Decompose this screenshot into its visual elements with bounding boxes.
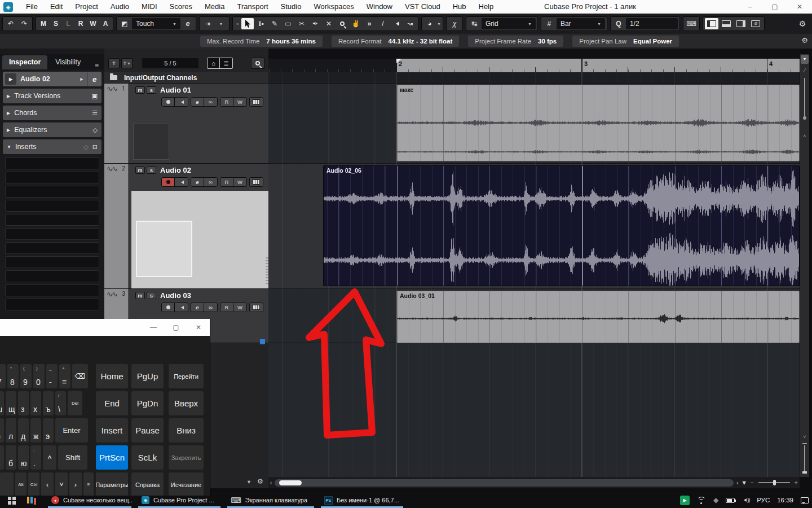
read-automation-button[interactable]: R [220, 303, 233, 312]
io-channels-row[interactable]: Input/Output Channels [104, 72, 268, 84]
osk-key-8[interactable]: *8 [7, 364, 19, 388]
solo-button[interactable]: s [147, 167, 156, 174]
edit-channel-button[interactable]: e [191, 303, 204, 312]
undo-button[interactable]: ↶ [5, 18, 17, 29]
horizontal-scrollbar[interactable] [275, 479, 734, 487]
solo-button[interactable]: s [147, 292, 156, 299]
osk-key-End[interactable]: End [96, 391, 128, 415]
zoom-out-icon[interactable]: − [750, 479, 753, 486]
monitor-button[interactable] [175, 98, 188, 106]
quantize-dropdown[interactable]: 1/2 [626, 18, 678, 29]
read-automation-button[interactable]: R [220, 98, 233, 106]
write-automation-button[interactable]: W [233, 98, 246, 106]
osk-key-PgDn[interactable]: PgDn [131, 391, 164, 415]
osk-key-Pause[interactable]: Pause [131, 418, 164, 443]
track-state-a[interactable]: A [100, 20, 111, 28]
color-menu-icon[interactable]: ◕ [423, 18, 436, 29]
notification-center-icon[interactable] [801, 497, 809, 503]
scroll-right-icon[interactable]: › [736, 480, 738, 486]
left-zone-button[interactable] [705, 18, 718, 29]
add-track-preset-button[interactable]: +▼ [121, 58, 133, 68]
track-name[interactable]: Audio 02 [160, 166, 191, 174]
line-tool[interactable]: / [377, 18, 389, 29]
glue-tool[interactable]: ✒ [309, 18, 321, 29]
osk-maximize-button[interactable]: ▢ [165, 319, 187, 336]
setup-zones-button[interactable]: ⚙ [749, 18, 762, 29]
osk-key-Справка[interactable]: Справка [131, 472, 164, 496]
track-name[interactable]: Audio 01 [160, 86, 191, 94]
osk-key-˄[interactable]: ˄ [43, 445, 56, 470]
track-color-column[interactable]: ∿∿ 2 [104, 164, 129, 288]
solo-button[interactable]: s [147, 86, 156, 94]
grid-type-dropdown[interactable]: Bar ▼ [557, 18, 605, 29]
insert-slot[interactable] [5, 200, 99, 212]
tray-app-icon[interactable]: ▶ [680, 496, 690, 505]
osk-key-Закрепить[interactable]: Закрепить [169, 445, 204, 470]
clock[interactable]: 16:39 [777, 497, 793, 503]
osk-key-ж[interactable]: ж [30, 418, 41, 443]
edit-channel-button[interactable]: e [191, 178, 204, 186]
automation-mode-dropdown[interactable]: Touch ▼ [132, 18, 180, 29]
record-enable-button-active[interactable] [162, 178, 175, 186]
inspector-section-chords[interactable]: ▶ Chords ☰ [3, 106, 102, 120]
inspector-track-header[interactable]: ▶ Audio 02 ▸ e [3, 72, 102, 86]
erase-tool[interactable]: ▭ [282, 18, 294, 29]
inspector-section-equalizers[interactable]: ▶ Equalizers ◇ [3, 122, 102, 137]
osk-close-button[interactable]: ✕ [187, 319, 210, 336]
edit-channel-button[interactable]: e [87, 72, 102, 86]
osk-key-ш[interactable]: ш [0, 391, 4, 415]
info-pill[interactable]: Record Format44.1 kHz - 32 bit float [332, 36, 459, 47]
track-scale-caret-icon[interactable]: ▼ [246, 479, 251, 485]
zoom-tool[interactable] [336, 18, 348, 29]
osk-key-.[interactable]: ,. [30, 445, 41, 470]
taskbar-app-3[interactable]: PsБез имени-1 @ 66,7... [320, 492, 404, 508]
menu-scores[interactable]: Scores [164, 0, 198, 14]
menu-file[interactable]: File [20, 0, 44, 14]
osk-key-Home[interactable]: Home [96, 364, 128, 388]
osk-key-Параметры[interactable]: Параметры [96, 472, 128, 496]
track-scale-gear-icon[interactable]: ⚙ [257, 478, 263, 485]
zoom-slider-thumb[interactable] [773, 480, 776, 485]
insert-slot[interactable] [5, 157, 99, 169]
menu-studio[interactable]: Studio [275, 0, 308, 14]
menu-midi[interactable]: MIDI [135, 0, 163, 14]
osk-key-Shift[interactable]: Shift [58, 445, 87, 470]
insert-slot[interactable] [5, 214, 99, 226]
windows-start-icon[interactable] [8, 497, 11, 500]
splitter-handle[interactable] [266, 257, 268, 284]
ruler[interactable]: 234 [396, 59, 800, 72]
write-automation-button[interactable]: W [233, 303, 246, 312]
pinned-app-icon[interactable] [27, 497, 29, 503]
osk-key-Исчезание[interactable]: Исчезание [169, 472, 204, 496]
track-row-audio-02[interactable]: ∿∿ 2 m s Audio 02 e∞ RW [104, 164, 268, 289]
info-pill[interactable]: Max. Record Time7 hours 36 mins [200, 36, 323, 47]
osk-key-0[interactable]: )0 [33, 364, 45, 388]
osk-key-э[interactable]: э [43, 418, 54, 443]
zoom-in-icon[interactable]: + [795, 479, 798, 486]
wifi-icon[interactable] [697, 497, 706, 504]
osk-key-л[interactable]: л [6, 418, 16, 443]
snap-zero-crossing-icon[interactable]: χ [448, 18, 461, 29]
osk-key-˅[interactable]: ˅ [55, 472, 68, 496]
insert-slot[interactable] [5, 284, 99, 296]
language-indicator[interactable]: РУС [757, 497, 770, 503]
automation-icon[interactable]: ◩ [118, 18, 131, 29]
snap-on-off-icon[interactable]: ↹ [468, 18, 480, 29]
menu-help[interactable]: Help [473, 0, 500, 14]
audio-event-1[interactable]: Audio 02_06 [323, 165, 800, 286]
track-state-m[interactable]: M [38, 20, 49, 28]
link-button[interactable]: ∞ [204, 98, 217, 106]
insert-slot[interactable] [5, 186, 99, 198]
mute-tool[interactable]: ✕ [323, 18, 335, 29]
osk-key-Alt[interactable]: Alt [15, 472, 27, 496]
osk-key-б[interactable]: б [6, 445, 16, 470]
track-name[interactable]: Audio 03 [160, 291, 191, 300]
split-tool[interactable]: ✂ [295, 18, 308, 29]
menu-project[interactable]: Project [69, 0, 104, 14]
edit-channel-button[interactable]: e [191, 98, 204, 106]
keyboard-icon[interactable]: ⌨ [685, 18, 698, 29]
read-automation-button[interactable]: R [220, 178, 233, 186]
menu-hub[interactable]: Hub [447, 0, 473, 14]
track-state-r[interactable]: R [75, 20, 86, 28]
insert-slot[interactable] [5, 270, 99, 282]
